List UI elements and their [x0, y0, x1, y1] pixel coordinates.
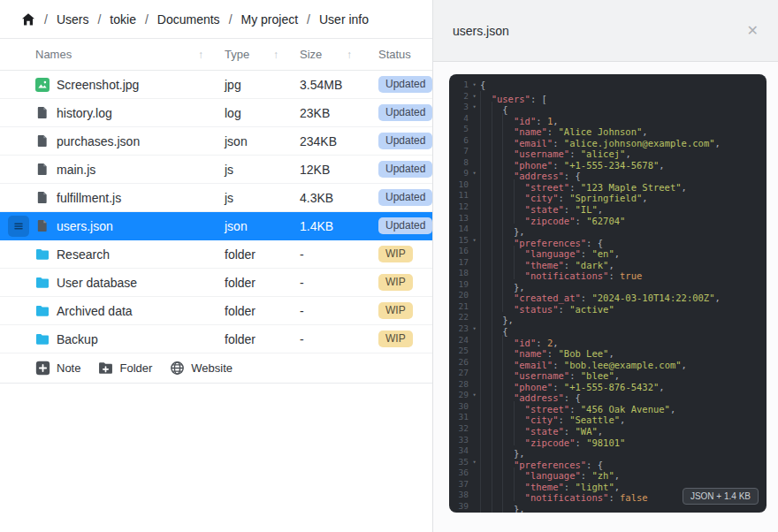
- indent-guide: [492, 102, 503, 113]
- indent-guide: [514, 435, 525, 446]
- line-number: 23: [449, 323, 469, 335]
- indent-guide: [492, 246, 503, 257]
- line-number: 22: [449, 312, 469, 323]
- status-cell: Updated: [378, 161, 423, 178]
- table-row[interactable]: Archived datafolder-WIP: [0, 297, 432, 325]
- status-badge: Updated: [378, 104, 432, 121]
- line-number: 1: [449, 80, 469, 91]
- breadcrumb-item[interactable]: User info: [319, 12, 369, 27]
- indent-guide: [514, 246, 525, 257]
- table-row[interactable]: Researchfolder-WIP: [0, 240, 432, 269]
- indent-guide: [492, 157, 503, 169]
- column-header-type[interactable]: Type↑: [225, 48, 300, 61]
- indent-guide: [502, 268, 514, 279]
- line-number: 18: [449, 268, 469, 279]
- indent-guide: [492, 323, 503, 335]
- home-icon[interactable]: [21, 12, 35, 27]
- drag-handle[interactable]: [8, 216, 29, 237]
- indent-guide: [502, 224, 514, 235]
- sort-arrow-icon[interactable]: ↑: [198, 49, 203, 61]
- table-row[interactable]: purchases.jsonjson234KBUpdated: [0, 127, 432, 156]
- close-icon[interactable]: ✕: [747, 22, 759, 39]
- file-type: js: [225, 191, 300, 205]
- indent-guide: [480, 235, 492, 247]
- table-row[interactable]: users.jsonjson1.4KBUpdated: [0, 212, 432, 240]
- fold-marker-icon[interactable]: ▾: [469, 390, 480, 401]
- line-number: 7: [449, 146, 469, 157]
- status-badge: WIP: [378, 302, 413, 319]
- file-type-cell: [35, 219, 57, 232]
- code-line: 23▾{: [449, 323, 767, 335]
- indent-guide: [480, 157, 492, 169]
- indent-guide: [492, 412, 503, 423]
- line-number: 31: [449, 412, 469, 423]
- code-editor[interactable]: 1▾{2▾"users": [3▾{4"id": 1,5"name": "Ali…: [449, 74, 767, 513]
- sort-arrow-icon[interactable]: ↑: [273, 49, 278, 61]
- breadcrumb-item[interactable]: tokie: [110, 12, 136, 27]
- indent-guide: [502, 467, 514, 479]
- indent-guide: [492, 357, 503, 369]
- fold-gutter: [469, 445, 480, 457]
- code-line: 14},: [449, 224, 767, 235]
- toolbar-button-label: Website: [191, 361, 233, 375]
- fold-marker-icon[interactable]: ▾: [469, 102, 480, 113]
- code-text: "preferences": {: [480, 457, 767, 468]
- toolbar-button-website[interactable]: Website: [170, 361, 233, 376]
- table-row[interactable]: Backupfolder-WIP: [0, 325, 432, 353]
- code-text: "state": "IL",: [480, 201, 767, 213]
- sort-arrow-icon[interactable]: ↑: [347, 49, 352, 61]
- column-header-names[interactable]: Names↑: [35, 48, 225, 61]
- file-size-badge: JSON + 1.4 KB: [683, 488, 759, 505]
- indent-guide: [480, 113, 492, 125]
- code-text: "username": "alicej",: [480, 146, 767, 157]
- file-name: users.json: [57, 219, 225, 233]
- table-row[interactable]: fulfillment.jsjs4.3KBUpdated: [0, 184, 432, 212]
- line-number: 6: [449, 135, 469, 147]
- code-line: 35▾"preferences": {: [449, 457, 767, 468]
- line-number: 5: [449, 124, 469, 135]
- indent-guide: [492, 512, 503, 513]
- line-number: 15: [449, 235, 469, 247]
- line-number: 12: [449, 201, 469, 213]
- line-number: 13: [449, 213, 469, 224]
- file-type-cell: [35, 134, 57, 148]
- file-type-cell: [35, 191, 57, 204]
- file-name: Archived data: [57, 304, 225, 318]
- indent-guide: [480, 346, 492, 357]
- table-row[interactable]: main.jsjs12KBUpdated: [0, 156, 432, 184]
- code-line: 28"phone": "+1-555-876-5432",: [449, 379, 767, 391]
- status-cell: Updated: [378, 189, 423, 206]
- column-header-size[interactable]: Size↑: [300, 48, 378, 61]
- fold-marker-icon[interactable]: ▾: [469, 323, 480, 335]
- toolbar-button-folder[interactable]: Folder: [98, 361, 152, 375]
- fold-gutter: [469, 290, 480, 301]
- breadcrumb-item[interactable]: My project: [241, 12, 299, 27]
- fold-marker-icon[interactable]: ▾: [469, 80, 480, 91]
- indent-guide: [514, 479, 525, 490]
- breadcrumb-item[interactable]: Users: [57, 12, 89, 27]
- table-row[interactable]: User databasefolder-WIP: [0, 269, 432, 297]
- fold-marker-icon[interactable]: ▾: [469, 457, 480, 468]
- fold-marker-icon[interactable]: ▾: [469, 235, 480, 247]
- line-number: 3: [449, 102, 469, 113]
- fold-marker-icon[interactable]: ▾: [469, 91, 480, 103]
- fold-gutter: [469, 490, 480, 501]
- folder-add-icon: [98, 361, 113, 375]
- table-row[interactable]: Screenshot.jpgjpg3.54MBUpdated: [0, 71, 432, 99]
- indent-guide: [502, 124, 514, 135]
- indent-guide: [480, 102, 492, 113]
- breadcrumb-item[interactable]: Documents: [157, 12, 220, 27]
- code-line: 5"name": "Alice Johnson",: [449, 124, 767, 135]
- fold-marker-icon[interactable]: ▾: [469, 168, 480, 179]
- code-text: "address": {: [480, 168, 767, 179]
- file-type: js: [225, 163, 300, 177]
- toolbar-button-note[interactable]: Note: [35, 361, 80, 376]
- indent-guide: [480, 146, 492, 157]
- breadcrumb-separator: /: [97, 12, 101, 27]
- table-row[interactable]: history.loglog23KBUpdated: [0, 99, 432, 127]
- code-line: 2▾"users": [: [449, 91, 767, 103]
- folder-icon: [35, 333, 50, 346]
- fold-gutter: [469, 312, 480, 323]
- fold-gutter: [469, 467, 480, 479]
- indent-guide: [480, 479, 492, 490]
